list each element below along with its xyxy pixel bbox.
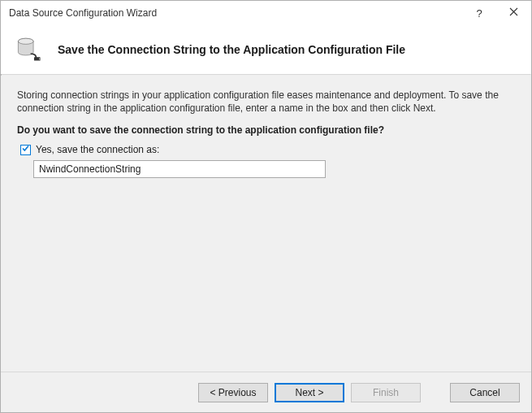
checkmark-icon — [21, 144, 30, 155]
wizard-header: Save the Connection String to the Applic… — [1, 25, 531, 74]
finish-button: Finish — [351, 383, 421, 402]
save-question: Do you want to save the connection strin… — [17, 124, 515, 136]
help-button[interactable]: ? — [463, 1, 495, 25]
close-button[interactable] — [495, 1, 531, 25]
wizard-footer: < Previous Next > Finish Cancel — [1, 372, 531, 412]
help-icon: ? — [476, 7, 482, 20]
wizard-dialog: Data Source Configuration Wizard ? Save … — [0, 0, 532, 413]
previous-button[interactable]: < Previous — [198, 383, 268, 402]
svg-rect-3 — [39, 59, 40, 60]
connection-name-input[interactable] — [33, 160, 326, 178]
wizard-content: Storing connection strings in your appli… — [1, 76, 531, 372]
close-icon — [509, 7, 518, 19]
titlebar: Data Source Configuration Wizard ? — [1, 1, 531, 25]
save-checkbox-label: Yes, save the connection as: — [36, 144, 159, 155]
save-checkbox[interactable] — [20, 145, 31, 155]
svg-point-1 — [18, 38, 33, 44]
window-title: Data Source Configuration Wizard — [9, 7, 463, 19]
cancel-button[interactable]: Cancel — [450, 383, 520, 402]
page-title: Save the Connection String to the Applic… — [58, 43, 405, 56]
save-checkbox-row: Yes, save the connection as: — [17, 144, 515, 155]
next-button[interactable]: Next > — [275, 383, 344, 402]
intro-text: Storing connection strings in your appli… — [17, 89, 515, 115]
database-icon — [15, 36, 43, 63]
